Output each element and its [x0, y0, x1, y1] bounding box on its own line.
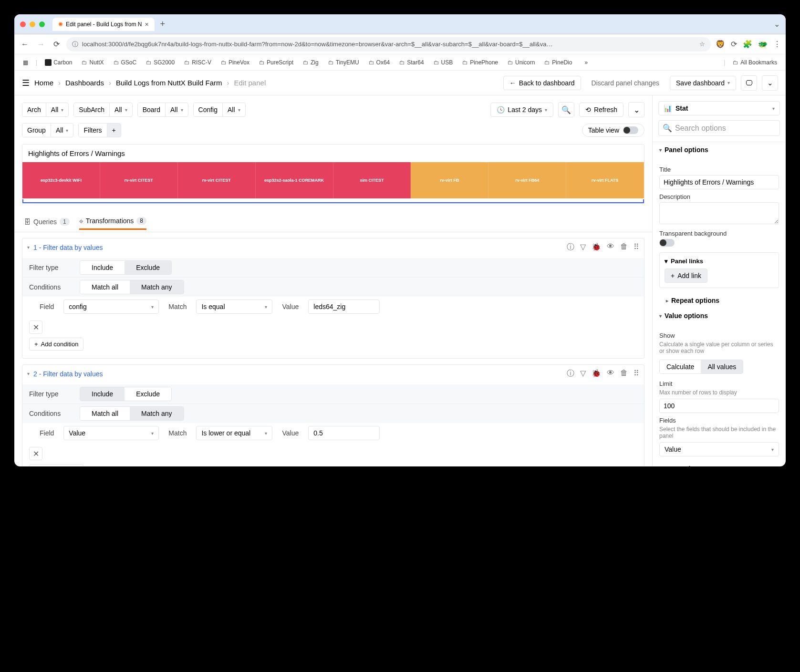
all-bookmarks-button[interactable]: 🗀All Bookmarks	[729, 57, 781, 68]
stat-card[interactable]: rv-virt CITEST	[100, 162, 178, 198]
filter-type-segment[interactable]: Include Exclude	[80, 387, 172, 401]
bookmark-item[interactable]: Carbon	[41, 57, 76, 68]
hide-icon[interactable]: 👁	[607, 369, 614, 379]
section-value-options[interactable]: ▾Value options	[653, 308, 786, 323]
filter-type-segment[interactable]: Include Exclude	[80, 260, 172, 275]
bookmark-item[interactable]: 🗀GSoC	[110, 57, 141, 68]
window-maximize-button[interactable]	[39, 21, 45, 27]
field-select[interactable]: config▾	[63, 300, 159, 314]
var-group[interactable]: GroupAll▾	[22, 123, 73, 137]
bookmark-item[interactable]: 🗀PinePhone	[458, 57, 502, 68]
var-arch[interactable]: ArchAll▾	[22, 103, 69, 117]
stat-card[interactable]: sim CITEST	[333, 162, 411, 198]
transformation-title[interactable]: 1 - Filter data by values	[33, 244, 103, 251]
section-panel-options[interactable]: ▾Panel options	[653, 142, 786, 157]
extensions-icon[interactable]: 🧩	[743, 40, 752, 49]
help-icon[interactable]: ⓘ	[567, 242, 574, 252]
refresh-interval-dropdown[interactable]: ⌄	[628, 102, 644, 117]
bookmark-item[interactable]: 🗀Unicorn	[504, 57, 539, 68]
filter-icon[interactable]: ▽	[580, 242, 586, 252]
back-to-dashboard-button[interactable]: ←Back to dashboard	[503, 76, 581, 90]
help-icon[interactable]: ⓘ	[567, 369, 574, 379]
panel-links-header[interactable]: ▾Panel links	[665, 258, 774, 265]
chevron-down-icon[interactable]: ▾	[27, 245, 30, 250]
delete-icon[interactable]: 🗑	[620, 242, 628, 252]
monitor-icon[interactable]: 🖵	[741, 75, 757, 91]
bookmark-item[interactable]: 🗀SG2000	[142, 57, 178, 68]
time-range-button[interactable]: 🕓Last 2 days▾	[490, 103, 553, 117]
visualization-picker[interactable]: 📊 Stat ▾	[658, 101, 780, 115]
remove-condition-button[interactable]: ✕	[29, 320, 42, 334]
match-all-button[interactable]: Match all	[80, 407, 130, 420]
exclude-button[interactable]: Exclude	[125, 261, 171, 274]
window-minimize-button[interactable]	[30, 21, 35, 27]
save-dashboard-button[interactable]: Save dashboard▾	[670, 76, 736, 90]
menu-toggle-icon[interactable]: ☰	[22, 78, 30, 88]
breadcrumb-home[interactable]: Home	[34, 79, 53, 87]
add-condition-button[interactable]: +Add condition	[29, 338, 83, 351]
chevron-down-icon[interactable]: ▾	[27, 371, 30, 376]
section-repeat[interactable]: ▸Repeat options	[653, 293, 786, 308]
bookmark-item[interactable]: 🗀PineDio	[540, 57, 576, 68]
breadcrumb-dashboards[interactable]: Dashboards	[65, 79, 104, 87]
value-input[interactable]: leds64_zig	[308, 300, 380, 314]
bookmark-item[interactable]: 🗀PureScript	[255, 57, 297, 68]
stat-card[interactable]: esp32s2-saola-1 COREMARK	[256, 162, 333, 198]
show-segment[interactable]: Calculate All values	[659, 360, 743, 374]
match-any-button[interactable]: Match any	[130, 280, 184, 294]
breadcrumb-dashboard[interactable]: Build Logs from NuttX Build Farm	[116, 79, 222, 87]
value-input[interactable]: 0.5	[308, 426, 380, 440]
limit-input[interactable]	[659, 399, 779, 413]
transparent-toggle[interactable]	[659, 239, 675, 247]
bookmark-item[interactable]: 🗀USB	[430, 57, 457, 68]
bookmark-item[interactable]: 🗀Ox64	[365, 57, 394, 68]
tab-queries[interactable]: 🗄 Queries 1	[24, 213, 70, 230]
extension-reload-icon[interactable]: ⟳	[731, 40, 737, 49]
include-button[interactable]: Include	[80, 387, 125, 401]
new-tab-button[interactable]: +	[156, 17, 169, 31]
table-view-toggle[interactable]: Table view	[582, 124, 644, 137]
site-info-icon[interactable]: ⓘ	[72, 40, 78, 49]
var-config[interactable]: ConfigAll▾	[193, 103, 246, 117]
debug-icon[interactable]: 🐞	[592, 242, 601, 252]
bookmark-item[interactable]: 🗀Star64	[395, 57, 427, 68]
bookmark-item[interactable]: 🗀Zig	[299, 57, 322, 68]
refresh-button[interactable]: ⟲Refresh	[579, 103, 623, 117]
title-input[interactable]	[659, 175, 779, 189]
match-select[interactable]: Is lower or equal▾	[196, 426, 272, 440]
nav-back-icon[interactable]: ←	[19, 38, 31, 51]
var-filters[interactable]: Filters+	[78, 123, 121, 137]
drag-handle-icon[interactable]: ⠿	[634, 242, 639, 252]
extension-brave-icon[interactable]: 🦁	[716, 40, 725, 49]
conditions-segment[interactable]: Match all Match any	[80, 406, 184, 421]
fields-select[interactable]: Value▾	[659, 442, 779, 456]
match-all-button[interactable]: Match all	[80, 280, 130, 294]
tab-transformations[interactable]: ⟐ Transformations 8	[79, 213, 146, 230]
debug-icon[interactable]: 🐞	[592, 369, 601, 379]
description-input[interactable]	[659, 202, 779, 224]
nav-reload-icon[interactable]: ⟳	[52, 38, 62, 51]
browser-tab[interactable]: ✺ Edit panel - Build Logs from N ×	[52, 18, 155, 31]
window-close-button[interactable]	[20, 21, 26, 27]
hide-icon[interactable]: 👁	[607, 242, 614, 252]
url-input[interactable]: ⓘ localhost:3000/d/fe2bqg6uk7nr4a/build-…	[66, 37, 711, 52]
var-board[interactable]: BoardAll▾	[137, 103, 188, 117]
bookmark-star-icon[interactable]: ☆	[699, 41, 705, 48]
stat-card[interactable]: rv-virt FB	[411, 162, 488, 198]
tab-close-icon[interactable]: ×	[145, 21, 148, 28]
profile-avatar[interactable]: 🐲	[758, 40, 768, 49]
nav-forward-icon[interactable]: →	[35, 38, 47, 51]
transformation-title[interactable]: 2 - Filter data by values	[33, 370, 103, 378]
search-options-input[interactable]: 🔍 Search options	[658, 120, 780, 136]
show-calculate-button[interactable]: Calculate	[660, 360, 701, 373]
zoom-out-icon[interactable]: 🔍	[558, 102, 574, 117]
window-dropdown-icon[interactable]: ⌄	[774, 20, 780, 29]
bookmark-item[interactable]: 🗀TinyEMU	[324, 57, 363, 68]
conditions-segment[interactable]: Match all Match any	[80, 280, 184, 294]
remove-condition-button[interactable]: ✕	[29, 447, 42, 460]
exclude-button[interactable]: Exclude	[125, 387, 171, 401]
chevron-down-icon[interactable]: ⌄	[762, 75, 778, 91]
add-condition-button[interactable]: +Add condition	[29, 464, 83, 466]
var-subarch[interactable]: SubArchAll▾	[73, 103, 132, 117]
match-any-button[interactable]: Match any	[130, 407, 184, 420]
